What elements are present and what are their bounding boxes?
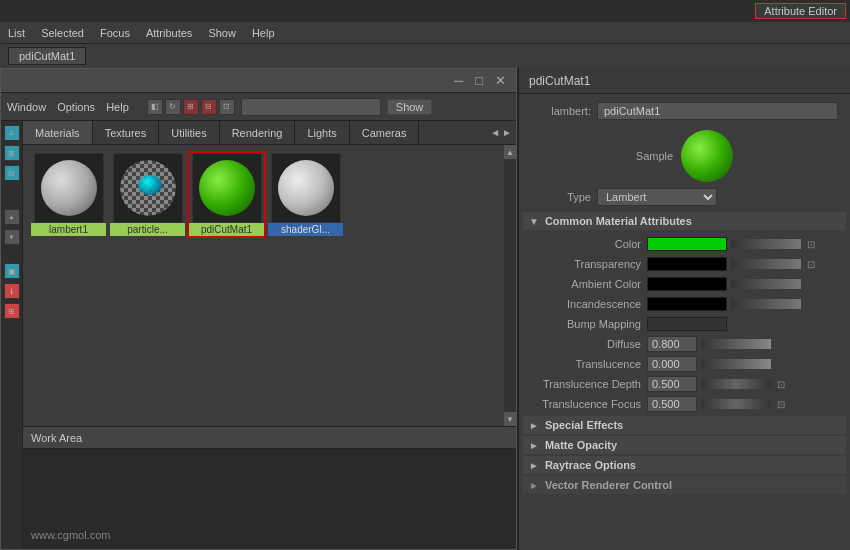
tab-textures[interactable]: Textures xyxy=(93,121,160,144)
tab-bar: pdiCutMat1 xyxy=(0,44,850,68)
attr-value-diffuse[interactable] xyxy=(647,336,697,352)
material-thumb-pdicutmat1 xyxy=(192,153,262,223)
special-effects-section[interactable]: ► Special Effects xyxy=(523,416,846,434)
attr-row-transparency: Transparency ⊡ xyxy=(523,254,846,274)
sidebar-icon-scroll-up[interactable]: ▲ xyxy=(4,209,20,225)
attr-slider-transparency[interactable] xyxy=(731,259,801,269)
sidebar-icon-scroll-dn[interactable]: ▼ xyxy=(4,229,20,245)
tab-rendering[interactable]: Rendering xyxy=(220,121,296,144)
type-label: Type xyxy=(531,191,591,203)
sample-label: Sample xyxy=(636,150,673,162)
sidebar-icon-2[interactable]: ⊞ xyxy=(4,145,20,161)
type-select[interactable]: Lambert Phong Blinn xyxy=(597,188,717,206)
attr-row-ambient: Ambient Color xyxy=(523,274,846,294)
menu-window[interactable]: Window xyxy=(7,101,46,113)
attr-row-translucence-depth: Translucence Depth ⊡ xyxy=(523,374,846,394)
toolbar-icon-4[interactable]: ⊟ xyxy=(201,99,217,115)
tab-pdicutmat1[interactable]: pdiCutMat1 xyxy=(8,47,86,65)
special-effects-title: Special Effects xyxy=(545,419,623,431)
attr-slider-color[interactable] xyxy=(731,239,801,249)
material-label-particle: particle... xyxy=(110,223,185,236)
type-row: Type Lambert Phong Blinn xyxy=(531,188,838,206)
attr-name-color: Color xyxy=(531,238,641,250)
attr-value-translucence-focus[interactable] xyxy=(647,396,697,412)
vector-renderer-arrow-icon: ► xyxy=(529,480,539,491)
attr-icon-translucence-depth[interactable]: ⊡ xyxy=(777,379,785,390)
attr-content: lambert: Sample Type Lambert Phong Blinn… xyxy=(519,94,850,550)
material-particle[interactable]: particle... xyxy=(110,153,185,236)
work-area-content[interactable]: www.cgmol.com xyxy=(23,449,516,549)
toolbar-icon-2[interactable]: ↻ xyxy=(165,99,181,115)
raytrace-options-section[interactable]: ► Raytrace Options xyxy=(523,456,846,474)
material-label-lambert1: lambert1 xyxy=(31,223,106,236)
maximize-button[interactable]: □ xyxy=(473,73,485,88)
sidebar-icon-info[interactable]: ℹ xyxy=(4,283,20,299)
minimize-button[interactable]: ─ xyxy=(452,73,465,88)
attr-value-translucence[interactable] xyxy=(647,356,697,372)
menu-help[interactable]: Help xyxy=(252,27,275,39)
attr-value-translucence-depth[interactable] xyxy=(647,376,697,392)
close-button[interactable]: ✕ xyxy=(493,73,508,88)
material-pdicutmat1[interactable]: pdiCutMat1 xyxy=(189,153,264,236)
material-label-pdicutmat1: pdiCutMat1 xyxy=(189,223,264,236)
menu-attributes[interactable]: Attributes xyxy=(146,27,192,39)
sidebar-icon-red2[interactable]: ⊞ xyxy=(4,303,20,319)
sidebar-icon-layout[interactable]: ▣ xyxy=(4,263,20,279)
tab-cameras[interactable]: Cameras xyxy=(350,121,420,144)
cyan-dot xyxy=(138,175,162,195)
menu-list[interactable]: List xyxy=(8,27,25,39)
material-shadergl[interactable]: shaderGl... xyxy=(268,153,343,236)
attr-color-swatch-transparency[interactable] xyxy=(647,257,727,271)
attr-slider-translucence-focus[interactable] xyxy=(701,399,771,409)
menu-show[interactable]: Show xyxy=(208,27,236,39)
sidebar-icon-1[interactable]: ≡ xyxy=(4,125,20,141)
scroll-down-button[interactable]: ▼ xyxy=(504,412,516,426)
attr-name-incandescence: Incandescence xyxy=(531,298,641,310)
search-input[interactable] xyxy=(241,98,381,116)
attr-name-diffuse: Diffuse xyxy=(531,338,641,350)
lambert-value-input[interactable] xyxy=(597,102,838,120)
attribute-editor-panel: pdiCutMat1 lambert: Sample Type Lambert … xyxy=(517,68,850,550)
menu-focus[interactable]: Focus xyxy=(100,27,130,39)
attr-slider-translucence[interactable] xyxy=(701,359,771,369)
scroll-track[interactable] xyxy=(504,159,516,412)
hs-toolbar: Window Options Help ◧ ↻ ⊞ ⊟ ⊡ Show xyxy=(1,93,516,121)
attribute-editor-button[interactable]: Attribute Editor xyxy=(755,3,846,19)
attr-color-swatch-color[interactable] xyxy=(647,237,727,251)
attr-slider-incandescence[interactable] xyxy=(731,299,801,309)
attr-icon-translucence-focus[interactable]: ⊡ xyxy=(777,399,785,410)
tab-utilities[interactable]: Utilities xyxy=(159,121,219,144)
attr-icon-color[interactable]: ⊡ xyxy=(807,239,815,250)
toolbar-icon-3[interactable]: ⊞ xyxy=(183,99,199,115)
attr-color-swatch-ambient[interactable] xyxy=(647,277,727,291)
tab-arrow-right[interactable]: ► xyxy=(502,127,512,138)
tab-lights[interactable]: Lights xyxy=(295,121,349,144)
material-thumb-particle xyxy=(113,153,183,223)
show-button[interactable]: Show xyxy=(387,99,433,115)
vector-renderer-title: Vector Renderer Control xyxy=(545,479,672,491)
menu-options[interactable]: Options xyxy=(57,101,95,113)
sidebar-icon-3[interactable]: ⊟ xyxy=(4,165,20,181)
attr-name-bump: Bump Mapping xyxy=(531,318,641,330)
menu-selected[interactable]: Selected xyxy=(41,27,84,39)
attr-bump-field[interactable] xyxy=(647,317,727,331)
tab-materials[interactable]: Materials xyxy=(23,121,93,144)
attr-icon-transparency[interactable]: ⊡ xyxy=(807,259,815,270)
common-material-section-header[interactable]: ▼ Common Material Attributes xyxy=(523,212,846,230)
raytrace-options-title: Raytrace Options xyxy=(545,459,636,471)
scroll-up-button[interactable]: ▲ xyxy=(504,145,516,159)
matte-opacity-arrow-icon: ► xyxy=(529,440,539,451)
vector-renderer-section[interactable]: ► Vector Renderer Control xyxy=(523,476,846,494)
menu-help-hs[interactable]: Help xyxy=(106,101,129,113)
tab-arrow-left[interactable]: ◄ xyxy=(490,127,500,138)
attr-slider-diffuse[interactable] xyxy=(701,339,771,349)
attr-color-swatch-incandescence[interactable] xyxy=(647,297,727,311)
material-lambert1[interactable]: lambert1 xyxy=(31,153,106,236)
matte-opacity-section[interactable]: ► Matte Opacity xyxy=(523,436,846,454)
attr-slider-translucence-depth[interactable] xyxy=(701,379,771,389)
toolbar-icon-5[interactable]: ⊡ xyxy=(219,99,235,115)
attr-panel-title: pdiCutMat1 xyxy=(529,74,590,88)
hs-body: ≡ ⊞ ⊟ ▲ ▼ ▣ ℹ ⊞ Materials Textures Utili… xyxy=(1,121,516,549)
toolbar-icon-1[interactable]: ◧ xyxy=(147,99,163,115)
attr-slider-ambient[interactable] xyxy=(731,279,801,289)
